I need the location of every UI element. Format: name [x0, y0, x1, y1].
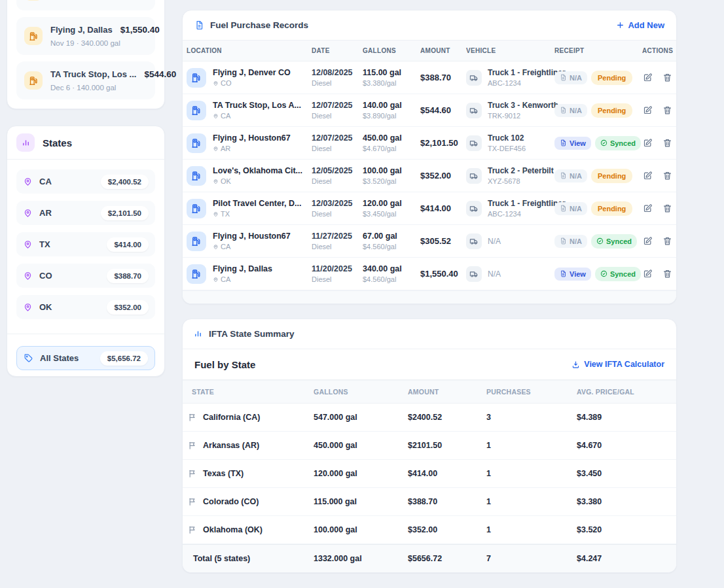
receipt-badge[interactable]: View — [554, 268, 591, 281]
map-pin-icon — [23, 271, 33, 281]
truck-icon — [466, 201, 482, 216]
trash-icon — [662, 269, 672, 279]
fuel-pump-icon — [24, 27, 43, 45]
state-amount-pill: $352.00 — [107, 300, 149, 315]
divider — [7, 334, 164, 334]
amount: $388.70 — [420, 73, 466, 82]
delete-button[interactable] — [662, 235, 673, 247]
receipt-doc-icon — [560, 172, 567, 179]
ifta-avg-price: $3.450 — [577, 469, 672, 478]
location-state: CA — [213, 243, 291, 251]
fuel-record-row: Love's, Oklahoma Cit... OK 12/05/2025 Di… — [183, 160, 676, 192]
state-filter-row[interactable]: CO $388.70 — [16, 264, 155, 288]
status-badge: Synced — [595, 267, 641, 281]
location-state: TX — [213, 210, 301, 218]
vehicle-plate: TX-DEF456 — [488, 145, 526, 152]
fuel-tracker-page: { "colors": { "accent": "#2563eb", "pend… — [0, 0, 724, 588]
delete-button[interactable] — [662, 268, 673, 279]
column-header-amount: AMOUNT — [420, 47, 466, 54]
recent-purchase-card[interactable]: Flying J, Dallas $1,550.40 Nov 19 · 340.… — [16, 17, 155, 55]
state-filter-row[interactable]: OK $352.00 — [16, 295, 155, 319]
location-name: TA Truck Stop, Los A... — [213, 101, 301, 110]
status-badge: Synced — [591, 234, 637, 249]
status-badge: Pending — [591, 103, 632, 118]
gallons: 120.00 gal — [363, 199, 420, 208]
synced-check-icon — [596, 237, 604, 245]
ifta-state-row: Colorado (CO) 115.000 gal $388.70 1 $3.3… — [183, 488, 676, 516]
edit-button[interactable] — [642, 170, 653, 181]
delete-button[interactable] — [662, 72, 673, 83]
price-per-gal: $4.670/gal — [363, 145, 420, 152]
ifta-purchases: 1 — [486, 441, 577, 450]
edit-button[interactable] — [642, 137, 653, 148]
delete-button[interactable] — [662, 137, 673, 148]
state-amount-pill: $2,400.52 — [101, 175, 149, 189]
fuel-type: Diesel — [312, 177, 363, 185]
gallons: 340.00 gal — [363, 264, 420, 273]
flag-icon — [188, 497, 197, 506]
vehicle-plate: ABC-1234 — [488, 210, 566, 218]
ifta-total-amount: $5656.72 — [408, 554, 486, 563]
vehicle-plate: ABC-1234 — [488, 79, 566, 87]
synced-check-icon — [600, 139, 607, 147]
ifta-avg-price: $3.380 — [577, 497, 672, 506]
edit-button[interactable] — [642, 105, 653, 116]
all-states-row[interactable]: All States $5,656.72 — [16, 346, 155, 370]
edit-button[interactable] — [642, 268, 653, 279]
price-per-gal: $3.380/gal — [363, 79, 420, 87]
state-filter-row[interactable]: AR $2,101.50 — [16, 201, 155, 225]
fuel-pump-icon — [187, 101, 206, 120]
delete-button[interactable] — [662, 203, 673, 214]
ifta-gallons: 450.000 gal — [314, 441, 408, 450]
amount: $2,101.50 — [420, 138, 466, 148]
delete-button[interactable] — [662, 170, 673, 181]
fuel-pump-icon — [187, 166, 206, 186]
receipt-badge: N/A — [554, 71, 587, 84]
all-states-amount-pill: $5,656.72 — [100, 351, 148, 366]
ifta-total-purchases: 7 — [486, 554, 577, 563]
column-header-amount: AMOUNT — [408, 388, 486, 396]
purchase-date: 12/07/2025 — [312, 101, 363, 110]
ifta-total-avg-price: $4.247 — [577, 554, 672, 563]
edit-button[interactable] — [642, 203, 653, 214]
recent-purchase-card[interactable]: TA Truck Stop, Los ... $544.60 Dec 6 · 1… — [16, 61, 155, 99]
location-state: AR — [213, 145, 291, 152]
fuel-pump-icon — [24, 0, 43, 1]
purchase-meta: Dec 6 · 140.000 gal — [50, 84, 176, 92]
add-new-button[interactable]: Add New — [616, 20, 664, 30]
download-icon — [571, 360, 580, 369]
mini-pin-icon — [213, 179, 219, 184]
ifta-gallons: 547.000 gal — [314, 413, 408, 422]
receipt-doc-icon — [560, 139, 567, 147]
fuel-record-row: Flying J, Denver CO CO 12/08/2025 Diesel… — [183, 61, 676, 94]
location-name: Flying J, Houston67 — [213, 232, 291, 241]
fuel-by-state-bar: Fuel by State View IFTA Calculator — [183, 349, 676, 380]
states-panel: States CA $2,400.52 AR $2,101.50 TX $414… — [7, 126, 165, 377]
fuel-by-state-title: Fuel by State — [194, 359, 255, 370]
price-per-gal: $3.520/gal — [363, 177, 420, 185]
receipt-badge[interactable]: View — [554, 137, 591, 150]
amount: $414.00 — [420, 203, 466, 213]
truck-icon — [466, 233, 482, 249]
view-ifta-calculator-link[interactable]: View IFTA Calculator — [571, 360, 664, 369]
recent-purchase-card[interactable]: Dec 6 · 450.000 gal — [16, 0, 155, 10]
edit-button[interactable] — [642, 235, 653, 247]
fuel-pump-icon — [187, 264, 206, 284]
records-table-body: Flying J, Denver CO CO 12/08/2025 Diesel… — [183, 61, 676, 290]
states-panel-header: States — [7, 126, 164, 160]
flag-icon — [188, 525, 197, 534]
state-filter-row[interactable]: CA $2,400.52 — [16, 169, 155, 194]
gallons: 450.00 gal — [363, 133, 420, 143]
truck-icon — [466, 135, 482, 151]
fuel-record-row: Flying J, Houston67 AR 12/07/2025 Diesel… — [183, 127, 676, 160]
ifta-avg-price: $4.670 — [577, 441, 672, 450]
edit-button[interactable] — [642, 72, 653, 83]
tag-icon — [24, 353, 33, 363]
state-amount-pill: $414.00 — [107, 237, 149, 252]
location-name: Flying J, Houston67 — [213, 133, 291, 143]
delete-button[interactable] — [662, 105, 673, 116]
ifta-purchases: 1 — [486, 497, 577, 506]
ifta-purchases: 1 — [486, 469, 577, 478]
state-filter-row[interactable]: TX $414.00 — [16, 232, 155, 256]
purchase-date: 12/03/2025 — [312, 199, 363, 208]
